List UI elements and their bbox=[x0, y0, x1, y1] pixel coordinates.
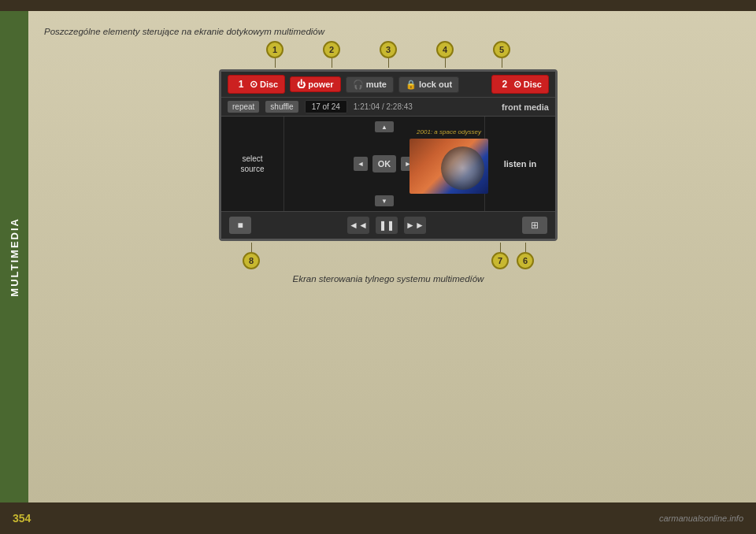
diagram-container: 1 2 3 4 5 bbox=[219, 44, 558, 284]
top-bar bbox=[0, 0, 756, 11]
screen-top-bar: 1 ⊙ Disc ⏻ power 🎧 mute 🔒 lock out bbox=[221, 72, 555, 98]
disc1-button[interactable]: 1 ⊙ Disc bbox=[228, 75, 285, 94]
screen-frame: 1 ⊙ Disc ⏻ power 🎧 mute 🔒 lock out bbox=[219, 69, 558, 241]
disc2-label: Disc bbox=[524, 80, 542, 89]
callout-line-5 bbox=[502, 58, 502, 68]
callout-8: 8 bbox=[243, 252, 260, 269]
callout-7: 7 bbox=[491, 252, 509, 269]
disc2-number: 2 bbox=[498, 78, 511, 91]
callout-line-3 bbox=[388, 58, 389, 68]
lockout-button[interactable]: 🔒 lock out bbox=[398, 76, 459, 93]
mute-label: mute bbox=[366, 80, 387, 89]
callout-line-2 bbox=[332, 58, 332, 68]
right-panel: listen in bbox=[484, 117, 555, 211]
sidebar: MULTIMEDIA bbox=[0, 11, 28, 502]
next-button[interactable]: ►► bbox=[404, 217, 426, 234]
callout-6: 6 bbox=[517, 252, 534, 269]
bottom-bar: 354 carmanualsonline.info bbox=[0, 502, 756, 534]
nav-down-button[interactable]: ▼ bbox=[375, 195, 394, 206]
caption-bottom: Ekran sterowania tylnego systemu multime… bbox=[219, 274, 558, 284]
callout-line-1 bbox=[275, 58, 276, 68]
callout-group-6: 6 bbox=[517, 243, 534, 269]
stop-icon: ■ bbox=[237, 220, 243, 231]
pause-icon: ❚❚ bbox=[379, 220, 395, 231]
listen-in-button[interactable]: listen in bbox=[504, 159, 537, 169]
sidebar-label: MULTIMEDIA bbox=[9, 217, 20, 297]
callout-3: 3 bbox=[380, 41, 397, 58]
power-button[interactable]: ⏻ power bbox=[290, 76, 340, 92]
screen-status-bar: repeat shuffle 17 of 24 1:21:04 / 2:28:4… bbox=[221, 98, 555, 117]
shuffle-button[interactable]: shuffle bbox=[265, 101, 298, 113]
disc1-label: Disc bbox=[260, 80, 278, 89]
power-label: power bbox=[308, 80, 333, 89]
top-callouts: 1 2 3 4 5 bbox=[219, 44, 558, 69]
stop-button[interactable]: ■ bbox=[229, 217, 251, 234]
callout-4: 4 bbox=[436, 41, 454, 58]
nav-left-button[interactable]: ◄ bbox=[354, 157, 368, 171]
prev-button[interactable]: ◄◄ bbox=[347, 217, 369, 234]
bottom-callouts: 8 7 6 bbox=[219, 241, 558, 266]
callout-line-6 bbox=[525, 243, 526, 252]
album-title: 2001: a space odyssey bbox=[410, 128, 488, 135]
select-source-label2: source bbox=[240, 164, 264, 174]
nav-up-button[interactable]: ▲ bbox=[375, 121, 394, 132]
callout-group-8: 8 bbox=[243, 243, 260, 269]
album-art-area: 2001: a space odyssey bbox=[410, 128, 488, 195]
mute-icon: 🎧 bbox=[353, 80, 364, 90]
time-display: 1:21:04 / 2:28:43 bbox=[354, 102, 413, 111]
main-content: Poszczególne elementy sterujące na ekran… bbox=[28, 11, 756, 502]
mute-button[interactable]: 🎧 mute bbox=[346, 76, 394, 93]
prev-icon: ◄◄ bbox=[349, 220, 368, 231]
caption-top: Poszczególne elementy sterujące na ekran… bbox=[44, 27, 732, 36]
repeat-button[interactable]: repeat bbox=[228, 101, 259, 113]
callout-group-7: 7 bbox=[491, 243, 509, 269]
browse-button[interactable]: ⊞ bbox=[522, 217, 547, 234]
album-art-image bbox=[410, 139, 488, 194]
callout-group-3: 3 bbox=[380, 41, 397, 68]
browse-icon: ⊞ bbox=[531, 220, 539, 231]
callout-group-5: 5 bbox=[493, 41, 510, 68]
disc1-icon: ⊙ bbox=[250, 79, 258, 90]
lock-icon: 🔒 bbox=[406, 80, 417, 90]
callout-2: 2 bbox=[323, 41, 340, 58]
ok-button[interactable]: OK bbox=[372, 155, 396, 172]
power-icon: ⏻ bbox=[297, 80, 306, 89]
time-total: 2:28:43 bbox=[387, 102, 413, 111]
select-source-label: select bbox=[240, 154, 264, 164]
track-info: 17 of 24 bbox=[305, 100, 347, 113]
lockout-label: lock out bbox=[419, 80, 452, 89]
time-current: 1:21:04 bbox=[354, 102, 380, 111]
callout-group-1: 1 bbox=[266, 41, 284, 68]
disc2-button[interactable]: 2 ⊙ Disc bbox=[491, 75, 549, 94]
source-label: front media bbox=[502, 102, 549, 112]
page-number: 354 bbox=[13, 512, 31, 525]
callout-5: 5 bbox=[493, 41, 510, 58]
callout-line-7 bbox=[500, 243, 501, 252]
disc2-icon: ⊙ bbox=[513, 79, 521, 90]
select-source-button[interactable]: select source bbox=[240, 154, 264, 174]
playback-bar: ■ ◄◄ ❚❚ ►► ⊞ bbox=[221, 211, 555, 239]
pause-button[interactable]: ❚❚ bbox=[376, 217, 398, 234]
nav-middle-row: ◄ OK ► bbox=[354, 155, 415, 172]
callout-line-8 bbox=[251, 243, 252, 252]
callout-group-2: 2 bbox=[323, 41, 340, 68]
left-panel: select source bbox=[221, 117, 284, 211]
disc1-number: 1 bbox=[235, 78, 247, 91]
next-icon: ►► bbox=[406, 220, 424, 231]
screen-main: select source ▲ ◄ OK ► ▼ 2001: a bbox=[221, 117, 555, 211]
watermark-text: carmanualsonline.info bbox=[659, 514, 743, 523]
callout-1: 1 bbox=[266, 41, 284, 58]
callout-line-4 bbox=[445, 58, 446, 68]
callout-group-4: 4 bbox=[436, 41, 454, 68]
